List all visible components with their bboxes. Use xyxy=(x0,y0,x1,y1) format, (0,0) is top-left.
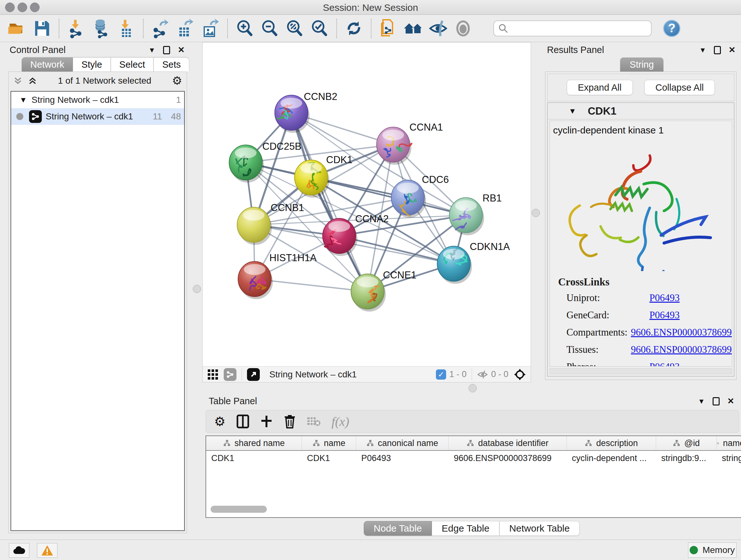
zoom-in-button[interactable] xyxy=(232,17,257,40)
delete-table-icon[interactable] xyxy=(307,416,321,427)
export-image-button[interactable] xyxy=(198,17,223,40)
right-divider-grip[interactable] xyxy=(532,209,540,217)
open-session-button[interactable] xyxy=(4,17,29,40)
delete-column-icon[interactable] xyxy=(284,415,296,428)
node-CDKN1A[interactable] xyxy=(437,246,472,284)
table-cell[interactable]: CDK1 xyxy=(206,451,302,465)
network-row[interactable]: String Network – cdk1 11 48 xyxy=(11,108,184,125)
warning-status-button[interactable] xyxy=(37,543,57,558)
column-header-canonical-name[interactable]: canonical name xyxy=(356,436,449,450)
gene-description: cyclin-dependent kinase 1 xyxy=(550,121,732,136)
export-table-button[interactable] xyxy=(173,17,198,40)
collection-expand-arrow[interactable]: ▼ xyxy=(19,96,27,105)
results-panel-float-icon[interactable] xyxy=(713,46,722,55)
table-row[interactable]: CDK1CDK1P064939606.ENSP00000378699cyclin… xyxy=(206,451,741,465)
tab-network-table[interactable]: Network Table xyxy=(499,521,580,536)
results-scrollbar[interactable] xyxy=(549,368,732,374)
table-cell[interactable]: stringdb xyxy=(717,451,741,465)
table-horizontal-scrollbar[interactable] xyxy=(211,506,267,513)
control-panel-menu-icon[interactable]: ▾ xyxy=(147,46,156,55)
column-header-shared-name[interactable]: shared name xyxy=(206,436,302,450)
expand-all-button[interactable]: Expand All xyxy=(567,80,633,95)
crosslink-link[interactable]: 9606.ENSP00000378699 xyxy=(631,344,732,355)
import-table-file-button[interactable] xyxy=(114,17,138,40)
node-HIST1H1A[interactable] xyxy=(238,261,273,299)
table-panel-close-icon[interactable]: ✕ xyxy=(726,397,735,406)
node-CCNA1[interactable] xyxy=(377,127,412,165)
column-header--id[interactable]: @id xyxy=(656,436,717,450)
node-CDK1[interactable] xyxy=(294,160,329,198)
string-file-button[interactable] xyxy=(376,17,401,40)
node-CDC25B[interactable] xyxy=(229,145,264,183)
crosslink-row: GeneCard:P06493 xyxy=(550,307,732,324)
table-cell[interactable]: cyclin-dependent ... xyxy=(567,451,656,465)
glass-eye-button[interactable] xyxy=(426,17,451,40)
tab-edge-table[interactable]: Edge Table xyxy=(432,521,499,536)
zoom-fit-button[interactable] xyxy=(282,17,307,40)
column-header-name[interactable]: name xyxy=(302,436,356,450)
network-canvas[interactable]: CCNB2CCNA1CDC25BCDK1CDC6RB1CCNB1CCNA2CDK… xyxy=(203,43,531,366)
network-options-gear-icon[interactable]: ⚙ xyxy=(172,74,182,87)
network-collection-row[interactable]: ▼ String Network – cdk1 1 xyxy=(11,91,184,108)
network-thumbnail-icon[interactable] xyxy=(224,368,237,381)
grid-view-icon[interactable] xyxy=(207,369,219,380)
tab-node-table[interactable]: Node Table xyxy=(364,521,432,536)
left-divider-grip[interactable] xyxy=(193,285,201,293)
results-panel-close-icon[interactable]: ✕ xyxy=(728,46,737,55)
tab-style[interactable]: Style xyxy=(73,57,111,71)
zoom-out-button[interactable] xyxy=(257,17,282,40)
tab-network[interactable]: Network xyxy=(22,57,73,71)
import-network-database-button[interactable] xyxy=(89,17,114,40)
node-RB1[interactable] xyxy=(449,198,484,235)
search-box[interactable] xyxy=(493,20,652,37)
column-header-database-identifier[interactable]: database identifier xyxy=(449,436,567,450)
save-session-button[interactable] xyxy=(29,17,54,40)
table-cell[interactable]: stringdb:9... xyxy=(656,451,717,465)
refresh-button[interactable] xyxy=(341,17,366,40)
crosslink-link[interactable]: P06493 xyxy=(650,309,680,321)
tab-string[interactable]: String xyxy=(620,57,664,71)
selected-checkbox-icon[interactable]: ✓ xyxy=(436,369,446,380)
table-panel-menu-icon[interactable]: ▾ xyxy=(697,397,706,406)
control-panel-float-icon[interactable] xyxy=(162,46,171,55)
string-home-button[interactable] xyxy=(401,17,426,40)
import-network-file-button[interactable] xyxy=(64,17,89,40)
search-input[interactable] xyxy=(509,23,643,34)
gene-section-header[interactable]: ▼ CDK1 xyxy=(548,103,734,119)
expand-all-icon[interactable] xyxy=(28,76,37,85)
tab-sets[interactable]: Sets xyxy=(153,57,189,71)
crosslink-link[interactable]: P06493 xyxy=(650,361,680,367)
tab-select[interactable]: Select xyxy=(111,57,154,71)
function-builder-icon[interactable]: f(x) xyxy=(332,414,349,429)
table-cell[interactable]: 9606.ENSP00000378699 xyxy=(449,451,567,465)
gene-expand-arrow[interactable]: ▼ xyxy=(569,107,576,116)
control-panel-close-icon[interactable]: ✕ xyxy=(177,46,186,55)
collapse-all-button[interactable]: Collapse All xyxy=(644,80,715,95)
table-options-gear-icon[interactable]: ⚙ xyxy=(214,414,226,429)
bottom-divider-grip[interactable] xyxy=(468,384,477,392)
memory-button[interactable]: Memory xyxy=(688,543,737,558)
column-header-description[interactable]: description xyxy=(567,436,656,450)
export-network-icon xyxy=(151,18,171,38)
help-button[interactable]: ? xyxy=(663,20,680,37)
table-cell[interactable]: P06493 xyxy=(356,451,449,465)
network-share-icon xyxy=(29,110,42,123)
detach-view-icon[interactable] xyxy=(247,368,260,381)
show-columns-icon[interactable] xyxy=(237,415,249,428)
crosslink-link[interactable]: P06493 xyxy=(650,292,680,304)
column-header-namespace[interactable]: namespace xyxy=(717,436,741,450)
orb-button[interactable] xyxy=(451,17,475,40)
cloud-status-button[interactable] xyxy=(9,543,29,558)
node-CCNA2[interactable] xyxy=(323,219,357,256)
table-panel-float-icon[interactable] xyxy=(712,397,721,406)
collapse-all-icon[interactable] xyxy=(13,76,23,85)
table-cell[interactable]: CDK1 xyxy=(302,451,356,465)
node-CCNE1[interactable] xyxy=(351,274,386,312)
birdseye-navigator-icon[interactable] xyxy=(514,368,526,381)
zoom-selected-button[interactable] xyxy=(307,17,332,40)
results-panel-menu-icon[interactable]: ▾ xyxy=(698,46,707,55)
node-CDC6[interactable] xyxy=(391,180,426,218)
export-network-button[interactable] xyxy=(148,17,173,40)
add-column-icon[interactable] xyxy=(260,415,273,428)
crosslink-link[interactable]: 9606.ENSP00000378699 xyxy=(631,327,732,338)
